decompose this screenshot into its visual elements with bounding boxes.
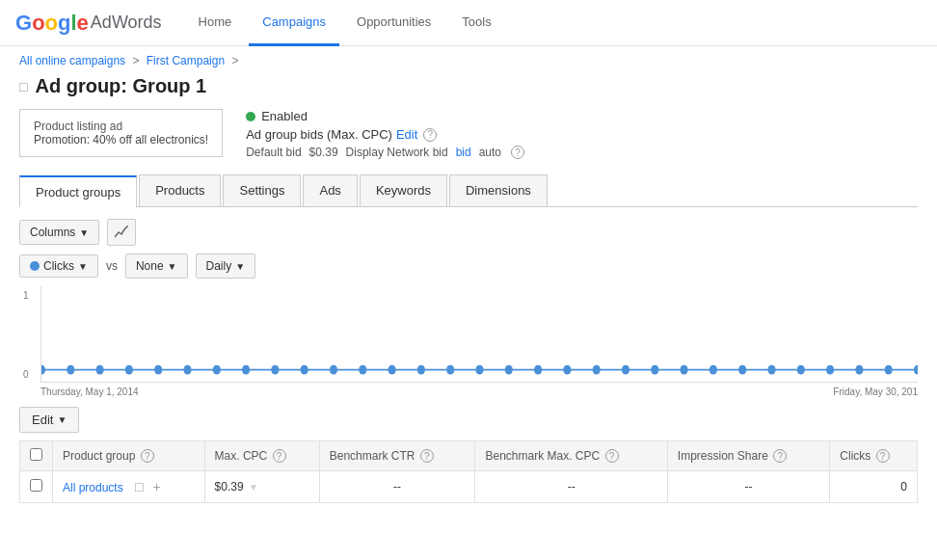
cell-product-group: All products □ +: [53, 471, 205, 503]
data-table: Product group ? Max. CPC ? Benchmark CTR…: [19, 440, 918, 503]
default-bid-label: Default bid: [246, 146, 301, 159]
metric-controls: Clicks ▼ vs None ▼ Daily ▼: [19, 253, 918, 279]
ad-type-label: Product listing ad: [34, 120, 208, 133]
edit-label: Edit: [32, 413, 53, 427]
svg-point-22: [651, 365, 658, 375]
clicks-metric-dot: [30, 261, 40, 271]
max-cpc-edit: ▼: [249, 482, 258, 493]
columns-button[interactable]: Columns ▼: [19, 220, 99, 245]
nav-home[interactable]: Home: [185, 0, 246, 46]
tab-ads[interactable]: Ads: [303, 174, 357, 206]
svg-point-10: [301, 365, 308, 375]
ad-box: Product listing ad Promotion: 40% off al…: [19, 109, 223, 157]
tab-settings[interactable]: Settings: [223, 174, 301, 206]
tab-product-groups[interactable]: Product groups: [19, 175, 137, 207]
edit-button[interactable]: Edit ▼: [19, 407, 79, 433]
none-metric-btn[interactable]: None ▼: [125, 253, 188, 279]
display-network-help-icon[interactable]: ?: [511, 146, 524, 159]
breadcrumb-sep1: >: [132, 54, 139, 67]
display-network-bid-label: bid: [456, 146, 471, 159]
th-max-cpc: Max. CPC ?: [204, 441, 319, 471]
none-chevron: ▼: [168, 261, 177, 272]
edit-chevron: ▼: [57, 414, 67, 425]
top-nav: Google AdWords Home Campaigns Opportunit…: [0, 0, 937, 46]
svg-point-7: [213, 365, 221, 375]
clicks-help[interactable]: ?: [876, 449, 890, 463]
table-header-row: Product group ? Max. CPC ? Benchmark CTR…: [20, 441, 918, 471]
breadcrumb-all-campaigns[interactable]: All online campaigns: [19, 54, 125, 67]
svg-point-9: [271, 365, 279, 375]
logo-area: Google AdWords: [15, 11, 162, 36]
page-title-prefix: Ad group:: [35, 75, 127, 96]
svg-point-23: [681, 365, 688, 375]
google-logo: Google: [15, 11, 89, 36]
chart-toggle-btn[interactable]: [107, 219, 136, 246]
all-products-link[interactable]: All products: [63, 481, 123, 494]
daily-btn[interactable]: Daily ▼: [196, 253, 256, 279]
clicks-metric-btn[interactable]: Clicks ▼: [19, 254, 98, 278]
tab-keywords[interactable]: Keywords: [360, 174, 447, 206]
max-cpc-help[interactable]: ?: [273, 449, 286, 463]
benchmark-ctr-help[interactable]: ?: [420, 449, 434, 463]
cell-clicks: 0: [830, 471, 918, 503]
edit-toolbar: Edit ▼: [19, 407, 918, 433]
product-group-help[interactable]: ?: [141, 449, 154, 463]
bids-label: Ad group bids (Max. CPC): [246, 127, 392, 142]
row-checkbox[interactable]: [30, 479, 42, 492]
nav-opportunities[interactable]: Opportunities: [343, 0, 444, 46]
breadcrumb-first-campaign[interactable]: First Campaign: [147, 54, 225, 67]
clicks-value: 0: [900, 480, 907, 493]
chart-date-start: Thursday, May 1, 2014: [40, 387, 139, 397]
page-title: Ad group: Group 1: [35, 75, 206, 97]
none-label: None: [136, 259, 164, 273]
svg-point-25: [738, 365, 746, 375]
th-impression-share: Impression Share ?: [667, 441, 829, 471]
chart-date-row: Thursday, May 1, 2014 Friday, May 30, 20…: [40, 385, 918, 399]
impression-share-help[interactable]: ?: [773, 449, 787, 463]
chart-wrapper: 1 0: [19, 286, 918, 399]
svg-point-31: [914, 365, 918, 375]
tab-dimensions[interactable]: Dimensions: [449, 174, 548, 206]
chart-area: [40, 286, 918, 383]
th-benchmark-max-cpc: Benchmark Max. CPC ?: [475, 441, 667, 471]
svg-point-26: [767, 365, 775, 375]
edit-bids-link[interactable]: Edit: [396, 127, 417, 142]
svg-point-27: [797, 365, 805, 375]
chart-icon: [115, 226, 128, 239]
default-bid-row: Default bid $0.39 Display Network bid bi…: [246, 146, 524, 159]
breadcrumb-sep2: >: [231, 54, 238, 67]
benchmark-max-cpc-help[interactable]: ?: [605, 449, 619, 463]
default-bid-value: $0.39: [309, 146, 338, 159]
svg-point-19: [563, 365, 571, 375]
svg-point-11: [330, 365, 337, 375]
benchmark-max-cpc-value: --: [568, 480, 576, 493]
svg-point-16: [475, 365, 483, 375]
row-checkbox-cell: [20, 471, 53, 503]
columns-chevron: ▼: [79, 227, 89, 238]
th-checkbox: [20, 441, 53, 471]
nav-campaigns[interactable]: Campaigns: [249, 0, 339, 46]
chart-controls: Columns ▼: [19, 219, 918, 246]
th-product-group: Product group ?: [53, 441, 205, 471]
svg-point-13: [388, 365, 396, 375]
status-dot: [246, 112, 255, 121]
adgroup-icon: □: [19, 79, 27, 94]
row-add-btn[interactable]: +: [150, 478, 164, 495]
ad-promo-text: Promotion: 40% off all electronics!: [34, 133, 208, 147]
svg-point-30: [885, 365, 893, 375]
clicks-metric-label: Clicks: [43, 259, 74, 273]
row-actions: □ +: [132, 478, 164, 495]
select-all-checkbox[interactable]: [30, 448, 42, 461]
svg-point-6: [183, 365, 191, 375]
page-title-bar: □ Ad group: Group 1: [0, 71, 937, 109]
svg-point-14: [417, 365, 425, 375]
breadcrumb: All online campaigns > First Campaign >: [0, 46, 937, 71]
bids-help-icon[interactable]: ?: [423, 128, 437, 142]
bid-row: Ad group bids (Max. CPC) Edit ?: [246, 127, 524, 142]
status-label: Enabled: [261, 109, 308, 123]
nav-tools[interactable]: Tools: [448, 0, 504, 46]
row-comment-btn[interactable]: □: [132, 478, 146, 495]
svg-point-21: [622, 365, 629, 375]
tab-products[interactable]: Products: [139, 174, 221, 206]
ad-settings: Enabled Ad group bids (Max. CPC) Edit ? …: [246, 109, 524, 159]
